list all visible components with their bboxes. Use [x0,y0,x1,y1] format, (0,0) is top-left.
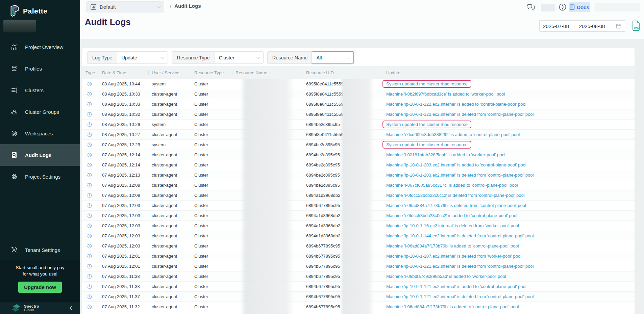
update-link[interactable]: Machine 'i-06ad884a7f173b79b' is added t… [386,304,519,309]
feedback-chat-icon[interactable] [527,3,536,13]
history-icon[interactable] [87,91,92,97]
resource-type-cell: Cluster [191,221,232,231]
table-row[interactable]: 07 Aug 2025, 12:14 cluster-agent Cluster… [82,160,635,170]
history-icon[interactable] [87,162,92,168]
table-row[interactable]: 08 Aug 2025, 10:33 cluster-agent Cluster… [82,89,635,99]
sidebar-item-tenant-settings[interactable]: Tenant Settings [0,242,80,258]
date-from-value[interactable]: 2025-07-08 [543,23,569,29]
resource-type-cell: Cluster [191,79,232,89]
history-icon[interactable] [87,102,92,107]
table-row[interactable]: 07 Aug 2025, 11:32 cluster-agent Cluster… [82,302,635,312]
update-link[interactable]: Machine 'i-06bdfa7c9c896b5ad' is added t… [386,274,506,279]
update-link[interactable]: Machine 'i-0cd009e3dd5388292' is added t… [386,132,520,137]
table-row[interactable]: 08 Aug 2025, 10:27 cluster-agent Cluster… [82,130,635,140]
update-link[interactable]: Machine 'ip-10-0-1-203.ec2.internal' is … [386,173,534,178]
history-icon[interactable] [87,304,92,310]
history-icon[interactable] [87,264,92,269]
table-row[interactable]: 07 Aug 2025, 12:03 cluster-agent Cluster… [82,211,635,221]
update-link[interactable]: Machine 'i-0fdcc53bcb23c0cc2' is deleted… [386,193,525,198]
filter-log-type-select[interactable]: Update [117,51,168,64]
filter-resource-type-select[interactable]: Cluster [215,51,264,64]
update-link[interactable]: Machine 'i-06ad884a7f173b79b' is deleted… [386,203,526,208]
project-selector[interactable]: Default [86,1,164,12]
resource-name-cell [232,271,303,281]
table-row[interactable]: 07 Aug 2025, 12:08 cluster-agent Cluster… [82,180,635,190]
sidebar-item-audit-logs[interactable]: Audit Logs [0,144,80,166]
history-icon[interactable] [87,173,92,178]
history-icon[interactable] [87,233,92,239]
update-link[interactable]: Machine 'ip-10-0-1-144.ec2.internal' is … [386,233,534,238]
table-row[interactable]: 07 Aug 2025, 12:03 cluster-agent Cluster… [82,241,635,251]
compass-help-icon[interactable] [559,3,567,12]
table-row[interactable]: 07 Aug 2025, 12:03 cluster-agent Cluster… [82,201,635,211]
update-link[interactable]: Machine 'i-067cf605a85cc317c' is added t… [386,183,518,188]
table-row[interactable]: 07 Aug 2025, 12:01 cluster-agent Cluster… [82,251,635,261]
table-row[interactable]: 07 Aug 2025, 12:13 cluster-agent Cluster… [82,170,635,180]
sidebar-item-workspaces[interactable]: Workspaces [0,123,80,144]
table-row[interactable]: 08 Aug 2025, 10:44 system Cluster 6895f8… [82,79,635,89]
table-row[interactable]: 07 Aug 2025, 12:03 cluster-agent Cluster… [82,231,635,241]
update-link[interactable]: Machine 'i-06ad884a7f173b79b' is added t… [386,243,519,248]
date-to-value[interactable]: 2025-08-08 [579,23,605,29]
history-icon[interactable] [87,152,92,158]
update-link[interactable]: System updated the cluster rbac resource [382,80,471,88]
export-csv-button[interactable]: CSV [630,20,642,32]
table-row[interactable]: 07 Aug 2025, 11:38 cluster-agent Cluster… [82,271,635,282]
history-icon[interactable] [87,274,92,279]
history-icon[interactable] [87,294,92,299]
sidebar-item-project-settings[interactable]: Project Settings [0,166,80,187]
history-icon[interactable] [87,112,92,117]
update-link[interactable]: Machine 'ip-10-0-1-16.ec2.internal' is d… [386,223,519,228]
column-header-update: Update [383,66,635,79]
date-range-picker[interactable]: 2025-07-08 → 2025-08-08 [539,20,625,32]
resource-type-cell: Cluster [191,282,232,291]
sidebar-item-clusters[interactable]: Clusters [0,79,80,101]
history-icon[interactable] [87,193,92,198]
update-link[interactable]: Machine 'ip-10-0-1-122.ec2.internal' is … [386,112,534,117]
collapse-sidebar-icon[interactable] [70,306,74,310]
docs-button[interactable]: Docs [569,2,590,12]
history-icon[interactable] [87,223,92,229]
user-service-cell: cluster-agent [148,261,191,271]
update-link[interactable]: System updated the cluster rbac resource [382,141,471,149]
update-link[interactable]: Machine 'ip-10-0-1-122.ec2.internal' is … [386,102,526,107]
history-icon[interactable] [87,284,92,289]
table-row[interactable]: 07 Aug 2025, 12:08 cluster-agent Cluster… [82,190,635,201]
history-icon[interactable] [87,183,92,188]
chart-icon [11,44,18,50]
update-link[interactable]: Machine 'ip-10-0-1-121.ec2.internal' is … [386,284,526,289]
table-row[interactable]: 07 Aug 2025, 12:01 cluster-agent Cluster… [82,261,635,271]
filter-resource-type: Resource Type Cluster [172,51,263,64]
history-icon[interactable] [87,203,92,208]
sidebar-item-project-overview[interactable]: Project Overview [0,36,80,58]
table-row[interactable]: 07 Aug 2025, 12:03 cluster-agent Cluster… [82,221,635,231]
update-link[interactable]: Machine 'i-0fdcc53bcb23c0cc2' is added t… [386,213,517,218]
table-row[interactable]: 07 Aug 2025, 12:14 cluster-agent Cluster… [82,150,635,160]
history-icon[interactable] [87,254,92,259]
table-row[interactable]: 07 Aug 2025, 11:38 cluster-agent Cluster… [82,282,635,292]
history-icon[interactable] [87,81,92,87]
upgrade-now-button[interactable]: Upgrade now [18,282,62,293]
sidebar-item-cluster-groups[interactable]: Cluster Groups [0,101,80,123]
table-row[interactable]: 08 Aug 2025, 10:29 system Cluster 6894be… [82,120,635,130]
filter-resource-name-select[interactable]: All [312,51,354,64]
history-icon[interactable] [87,213,92,218]
table-row[interactable]: 07 Aug 2025, 11:37 cluster-agent Cluster… [82,292,635,302]
update-link[interactable]: Machine 'i-0b2f697f6dbcad3ce' is added t… [386,91,505,97]
update-link[interactable]: Machine 'ip-10-0-1-121.ec2.internal' is … [386,294,534,299]
date-time-cell: 07 Aug 2025, 11:38 [99,271,148,281]
history-icon[interactable] [87,132,92,137]
update-link[interactable]: Machine 'ip-10-0-1-203.ec2.internal' is … [386,162,526,167]
history-icon[interactable] [87,142,92,148]
update-link[interactable]: Machine 'ip-10-0-1-121.ec2.internal' is … [386,264,534,269]
history-icon[interactable] [87,243,92,249]
table-row[interactable]: 08 Aug 2025, 10:33 cluster-agent Cluster… [82,99,635,109]
update-link[interactable]: Machine 'i-02181bfab328f5aab' is added t… [386,152,505,157]
resource-uid-cell: 6894b677895c95 [303,292,383,302]
table-row[interactable]: 07 Aug 2025, 12:29 system Cluster 6894be… [82,140,635,150]
update-link[interactable]: System updated the cluster rbac resource [382,121,471,128]
sidebar-item-profiles[interactable]: Profiles [0,58,80,79]
table-row[interactable]: 08 Aug 2025, 10:32 cluster-agent Cluster… [82,109,635,120]
history-icon[interactable] [87,122,92,127]
update-link[interactable]: Machine 'ip-10-0-1-207.ec2.internal' is … [386,254,521,259]
